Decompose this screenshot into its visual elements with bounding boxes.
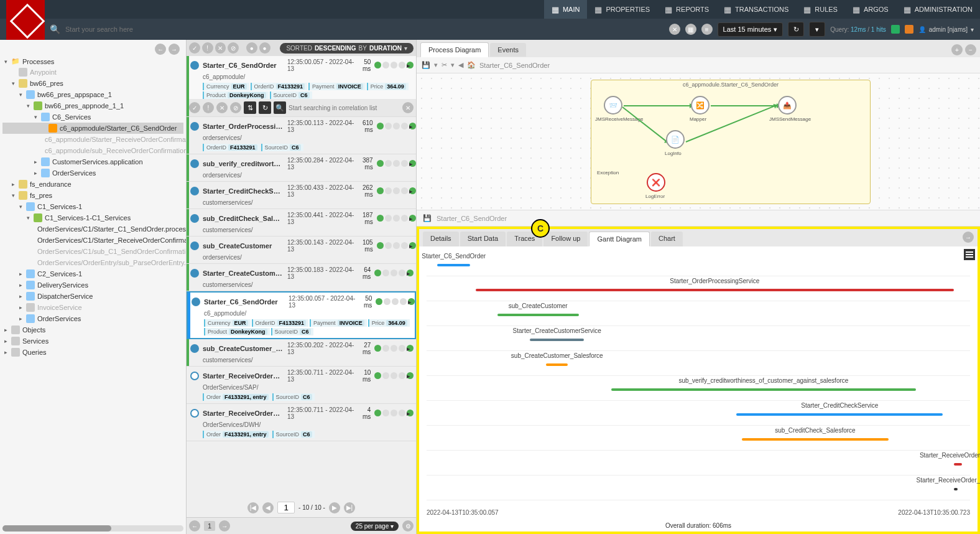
tree-node[interactable]: OrderServices/OrderEntry/sub_ParseOrderE…: [2, 257, 183, 268]
subtab-start-data[interactable]: Start Data: [460, 232, 506, 246]
gantt-bar[interactable]: [476, 289, 954, 291]
close-tab-icon[interactable]: −: [965, 44, 976, 55]
play-icon[interactable]: ▸: [409, 242, 416, 249]
save-icon[interactable]: 💾: [423, 214, 432, 222]
tree-node[interactable]: ▸Objects: [2, 324, 183, 335]
sort-icon[interactable]: ⇅: [244, 101, 256, 114]
process-diagram[interactable]: c6_appmodule.Starter_C6_SendOrder 📨 JMSR…: [417, 73, 980, 210]
nav-properties[interactable]: ▦PROPERTIES: [587, 0, 657, 19]
result-row[interactable]: Starter_OrderProcessingService12:35:00.1…: [187, 117, 416, 154]
filter1-icon[interactable]: ●: [246, 42, 257, 54]
play-icon[interactable]: ▸: [408, 298, 415, 305]
tree-node[interactable]: ▾C1_Services-1-C1_Services: [2, 212, 183, 223]
play-icon[interactable]: ▸: [407, 410, 414, 416]
gantt-bar[interactable]: [437, 264, 469, 266]
tree-node[interactable]: ▸C2_Services-1: [2, 268, 183, 279]
tree-node[interactable]: ▸fs_endurance: [2, 179, 183, 190]
warn-icon[interactable]: !: [202, 42, 213, 54]
tree-node[interactable]: ▾C1_Services-1: [2, 201, 183, 212]
gantt-row[interactable]: sub_CreateCustomer: [427, 301, 970, 326]
sort-indicator[interactable]: SORTED DESCENDING BY DURATION ▾: [280, 43, 414, 54]
page-input[interactable]: [277, 502, 295, 513]
tree-node[interactable]: OrderServices/C1/Starter_ReceiveOrderCon…: [2, 235, 183, 246]
row-menu-icon[interactable]: ⋮: [415, 345, 416, 353]
gantt-bar[interactable]: [530, 339, 584, 341]
gantt-row[interactable]: Starter_OrderProcessingService: [427, 276, 970, 301]
tree-fwd-icon[interactable]: →: [169, 44, 180, 55]
tree-node[interactable]: ▸Queries: [2, 347, 183, 358]
per-page-select[interactable]: 25 per page ▾: [351, 522, 399, 531]
search-input[interactable]: [65, 26, 314, 33]
tree-node[interactable]: ▾bw66_pres_appnode_1_1: [2, 100, 183, 111]
tree-node[interactable]: ▾bw66_pres: [2, 78, 183, 89]
status-orange-icon[interactable]: [905, 25, 913, 34]
tree-node[interactable]: OrderServices/C1/Starter_C1_SendOrder.pr…: [2, 223, 183, 235]
stop-icon[interactable]: ⊘: [228, 42, 239, 54]
gantt-bar[interactable]: [742, 438, 889, 441]
detail-fwd-icon[interactable]: →: [963, 232, 974, 243]
gantt-bar[interactable]: [954, 488, 958, 490]
gantt-row[interactable]: sub_verify_creditworthiness_of_customer_…: [427, 376, 970, 401]
node-loginfo[interactable]: 📄: [666, 130, 685, 149]
row-menu-icon[interactable]: ⋮: [415, 410, 416, 418]
tree-node[interactable]: c6_appmodule/Starter_C6_SendOrder: [2, 123, 183, 134]
tree-node[interactable]: ▸OrderServices: [2, 167, 183, 179]
nav-administration[interactable]: ▦ADMINISTRATION: [896, 0, 980, 19]
clear-corr-icon[interactable]: ✕: [402, 102, 414, 113]
play-icon[interactable]: ▸: [409, 123, 416, 129]
refresh-button[interactable]: ↻: [788, 22, 804, 37]
result-row[interactable]: sub_CreditCheck_Salesforce12:35:00.441 -…: [187, 209, 416, 237]
node-jms-send[interactable]: 📤: [778, 96, 797, 115]
gantt-bar[interactable]: [497, 314, 579, 316]
tree-node[interactable]: ▸DispatcherService: [2, 291, 183, 302]
pager-next-icon[interactable]: ▶: [329, 502, 340, 513]
result-row[interactable]: Starter_ReceiveOrder_SAP12:35:00.711 - 2…: [187, 367, 416, 404]
play-icon[interactable]: ▸: [409, 187, 416, 194]
tree-scrollbar[interactable]: [2, 525, 183, 532]
subtab-details[interactable]: Details: [423, 232, 459, 246]
tab-events[interactable]: Events: [490, 43, 526, 57]
pager-prev-icon[interactable]: ◀: [262, 502, 274, 513]
tree-node[interactable]: ▸DeliveryServices: [2, 279, 183, 291]
play-icon[interactable]: ▸: [407, 62, 414, 68]
diagram-save-icon[interactable]: 💾: [422, 61, 430, 69]
gantt-row[interactable]: sub_CreateCustomer_Salesforce: [427, 351, 970, 376]
node-logerror[interactable]: ❌: [647, 173, 665, 192]
gantt-row[interactable]: Starter_C6_SendOrder: [427, 251, 970, 276]
time-range-select[interactable]: Last 15 minutes▾: [718, 22, 784, 37]
correlation-search-input[interactable]: [289, 105, 400, 111]
footer-back-icon[interactable]: ←: [189, 520, 200, 532]
nav-main[interactable]: ▦MAIN: [544, 0, 588, 19]
subtab-follow-up[interactable]: Follow up: [543, 232, 588, 246]
gantt-bar[interactable]: [611, 388, 915, 391]
tree-root[interactable]: ▾📁Processes: [2, 56, 183, 67]
play-icon[interactable]: ▸: [407, 345, 414, 352]
gantt-bar[interactable]: [736, 413, 943, 416]
subtab-gantt-diagram[interactable]: Gantt Diagram: [589, 232, 650, 246]
add-tab-icon[interactable]: +: [951, 44, 963, 55]
node-mapper[interactable]: 🔀: [691, 96, 710, 115]
search-icon[interactable]: 🔍: [274, 101, 286, 114]
node-jms-receive[interactable]: 📨: [604, 96, 622, 115]
play-icon[interactable]: ▸: [409, 215, 416, 222]
tree-node[interactable]: ▸InvoiceService: [2, 302, 183, 313]
result-row[interactable]: sub_CreateCustomer12:35:00.143 - 2022-04…: [187, 237, 416, 264]
user-menu[interactable]: 👤 admin [njams] ▾: [918, 26, 974, 33]
diagram-home-icon[interactable]: 🏠: [467, 61, 476, 69]
tree-node[interactable]: OrderServices/C1/sub_C1_SendOrderConfirm…: [2, 246, 183, 257]
tree-node[interactable]: Anypoint: [2, 67, 183, 78]
tree-node[interactable]: c6_appmodule/Starter_ReceiveOrderConfirm…: [2, 134, 183, 145]
tree-node[interactable]: ▾fs_pres: [2, 190, 183, 201]
tree-node[interactable]: ▾C6_Services: [2, 111, 183, 123]
nav-argos[interactable]: ▦ARGOS: [845, 0, 896, 19]
gantt-bar[interactable]: [954, 463, 962, 466]
cancel-icon[interactable]: ✕: [215, 42, 226, 54]
refresh-dropdown[interactable]: ▾: [809, 22, 825, 37]
tree-back-icon[interactable]: ←: [155, 44, 166, 55]
result-row[interactable]: Starter_CreditCheckService12:35:00.433 -…: [187, 182, 416, 209]
tree-node[interactable]: ▸Services: [2, 335, 183, 347]
pager-last-icon[interactable]: ▶|: [344, 502, 355, 513]
check-icon[interactable]: ✓: [189, 42, 200, 54]
tree-node[interactable]: ▾bw66_pres_appspace_1: [2, 89, 183, 100]
footer-fwd-icon[interactable]: →: [219, 520, 230, 532]
